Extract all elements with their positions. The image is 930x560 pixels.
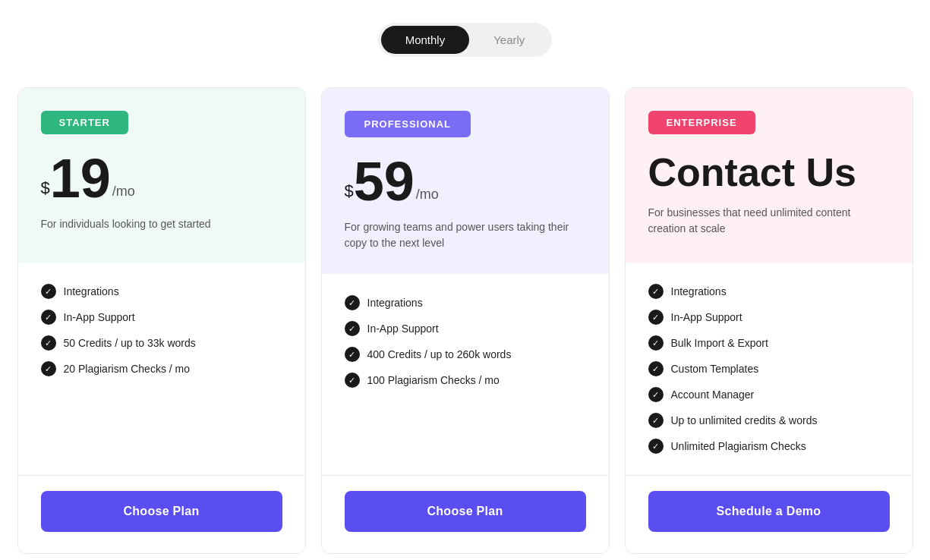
yearly-toggle-btn[interactable]: Yearly — [469, 26, 549, 54]
check-icon: ✓ — [345, 373, 360, 388]
feature-item: ✓ In-App Support — [648, 310, 890, 325]
feature-item: ✓ Custom Templates — [648, 361, 890, 376]
feature-text: In-App Support — [64, 311, 135, 323]
billing-toggle: Monthly Yearly — [15, 23, 915, 57]
feature-list-professional: ✓ Integrations ✓ In-App Support ✓ 400 Cr… — [345, 295, 586, 454]
check-icon: ✓ — [648, 361, 664, 376]
toggle-container: Monthly Yearly — [378, 23, 553, 57]
check-icon: ✓ — [345, 347, 360, 362]
feature-text: Integrations — [367, 297, 423, 309]
feature-text: Custom Templates — [671, 363, 759, 375]
plan-badge-starter: STARTER — [41, 111, 128, 134]
cta-button-starter[interactable]: Choose Plan — [41, 491, 282, 532]
check-icon: ✓ — [648, 335, 664, 351]
feature-text: Account Manager — [671, 389, 755, 401]
feature-item: ✓ 100 Plagiarism Checks / mo — [345, 373, 586, 388]
feature-text: 400 Credits / up to 260k words — [367, 348, 512, 360]
plan-footer-professional: Choose Plan — [322, 475, 609, 553]
price-row-starter: $ 19 /mo — [41, 151, 282, 206]
price-row-professional: $ 59 /mo — [345, 154, 586, 209]
check-icon: ✓ — [41, 361, 56, 376]
feature-item: ✓ 20 Plagiarism Checks / mo — [41, 361, 282, 376]
feature-item: ✓ Up to unlimited credits & words — [648, 413, 890, 428]
check-icon: ✓ — [41, 335, 56, 351]
price-dollar-professional: $ — [345, 181, 354, 201]
feature-item: ✓ In-App Support — [345, 321, 586, 336]
feature-item: ✓ Unlimited Plagiarism Checks — [648, 439, 890, 454]
plan-footer-enterprise: Schedule a Demo — [626, 475, 913, 553]
feature-text: In-App Support — [671, 311, 742, 323]
plan-header-enterprise: ENTERPRISE Contact Us For businesses tha… — [626, 88, 913, 263]
feature-item: ✓ Account Manager — [648, 387, 890, 402]
plan-badge-enterprise: ENTERPRISE — [648, 111, 755, 134]
feature-item: ✓ Integrations — [41, 284, 282, 299]
feature-text: Integrations — [64, 285, 119, 297]
cta-button-enterprise[interactable]: Schedule a Demo — [648, 491, 890, 532]
plan-features-enterprise: ✓ Integrations ✓ In-App Support ✓ Bulk I… — [626, 263, 913, 475]
feature-text: Up to unlimited credits & words — [671, 414, 818, 426]
feature-item: ✓ Integrations — [648, 284, 890, 299]
price-contact-enterprise: Contact Us — [648, 151, 890, 194]
feature-text: 50 Credits / up to 33k words — [64, 337, 196, 349]
feature-item: ✓ Bulk Import & Export — [648, 335, 890, 351]
price-dollar-starter: $ — [41, 178, 50, 198]
price-period-starter: /mo — [112, 184, 135, 200]
feature-item: ✓ Integrations — [345, 295, 586, 310]
feature-text: Bulk Import & Export — [671, 337, 768, 349]
check-icon: ✓ — [648, 387, 664, 402]
feature-text: 20 Plagiarism Checks / mo — [64, 363, 191, 375]
check-icon: ✓ — [345, 295, 360, 310]
check-icon: ✓ — [648, 310, 664, 325]
plan-description-enterprise: For businesses that need unlimited conte… — [648, 205, 890, 237]
plan-header-professional: PROFESSIONAL $ 59 /mo For growing teams … — [322, 88, 609, 274]
check-icon: ✓ — [648, 439, 664, 454]
feature-text: In-App Support — [367, 322, 439, 335]
check-icon: ✓ — [648, 284, 664, 299]
plan-card-enterprise: ENTERPRISE Contact Us For businesses tha… — [625, 87, 913, 554]
plan-features-professional: ✓ Integrations ✓ In-App Support ✓ 400 Cr… — [322, 274, 609, 475]
plan-features-starter: ✓ Integrations ✓ In-App Support ✓ 50 Cre… — [18, 263, 305, 475]
feature-text: 100 Plagiarism Checks / mo — [367, 374, 500, 386]
price-amount-starter: 19 — [50, 151, 111, 206]
feature-item: ✓ 400 Credits / up to 260k words — [345, 347, 586, 362]
feature-item: ✓ 50 Credits / up to 33k words — [41, 335, 282, 351]
plan-card-professional: PROFESSIONAL $ 59 /mo For growing teams … — [321, 87, 610, 554]
cta-button-professional[interactable]: Choose Plan — [345, 491, 586, 532]
check-icon: ✓ — [345, 321, 360, 336]
feature-text: Integrations — [671, 285, 727, 297]
feature-text: Unlimited Plagiarism Checks — [671, 440, 806, 452]
feature-list-starter: ✓ Integrations ✓ In-App Support ✓ 50 Cre… — [41, 284, 282, 454]
check-icon: ✓ — [41, 284, 56, 299]
plan-description-professional: For growing teams and power users taking… — [345, 219, 586, 251]
plan-footer-starter: Choose Plan — [18, 475, 305, 553]
plan-header-starter: STARTER $ 19 /mo For individuals looking… — [18, 88, 305, 263]
plans-grid: STARTER $ 19 /mo For individuals looking… — [17, 87, 913, 554]
plan-card-starter: STARTER $ 19 /mo For individuals looking… — [17, 87, 306, 554]
check-icon: ✓ — [41, 310, 56, 325]
price-amount-professional: 59 — [354, 154, 415, 209]
feature-item: ✓ In-App Support — [41, 310, 282, 325]
monthly-toggle-btn[interactable]: Monthly — [381, 26, 470, 54]
feature-list-enterprise: ✓ Integrations ✓ In-App Support ✓ Bulk I… — [648, 284, 890, 454]
plan-description-starter: For individuals looking to get started — [41, 216, 282, 232]
plan-badge-professional: PROFESSIONAL — [345, 111, 471, 137]
price-period-professional: /mo — [416, 187, 439, 203]
check-icon: ✓ — [648, 413, 664, 428]
